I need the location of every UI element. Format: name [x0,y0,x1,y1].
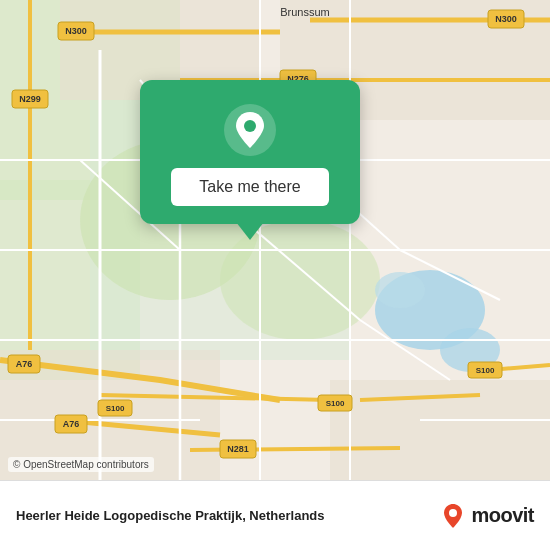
svg-text:Brunssum: Brunssum [280,6,330,18]
svg-text:N299: N299 [19,94,41,104]
popup-card: Take me there [140,80,360,224]
svg-text:A76: A76 [63,419,80,429]
take-me-there-button[interactable]: Take me there [171,168,328,206]
svg-text:N300: N300 [65,26,87,36]
svg-point-35 [244,120,256,132]
moovit-label: moovit [471,504,534,527]
svg-text:S100: S100 [326,399,345,408]
osm-credit-map: © OpenStreetMap contributors [8,457,154,472]
svg-point-36 [449,509,457,517]
svg-text:S100: S100 [106,404,125,413]
bottom-bar: Heerler Heide Logopedische Praktijk, Net… [0,480,550,550]
svg-text:S100: S100 [476,366,495,375]
svg-text:N281: N281 [227,444,249,454]
location-name: Heerler Heide Logopedische Praktijk, Net… [16,508,325,523]
svg-point-8 [375,272,425,308]
location-info: Heerler Heide Logopedische Praktijk, Net… [16,508,325,523]
location-pin-icon [224,104,276,156]
svg-text:A76: A76 [16,359,33,369]
svg-text:N300: N300 [495,14,517,24]
map-container: N300 N300 N276 N299 A76 A76 S100 S100 S1… [0,0,550,480]
moovit-icon [439,502,467,530]
moovit-logo: moovit [439,502,534,530]
